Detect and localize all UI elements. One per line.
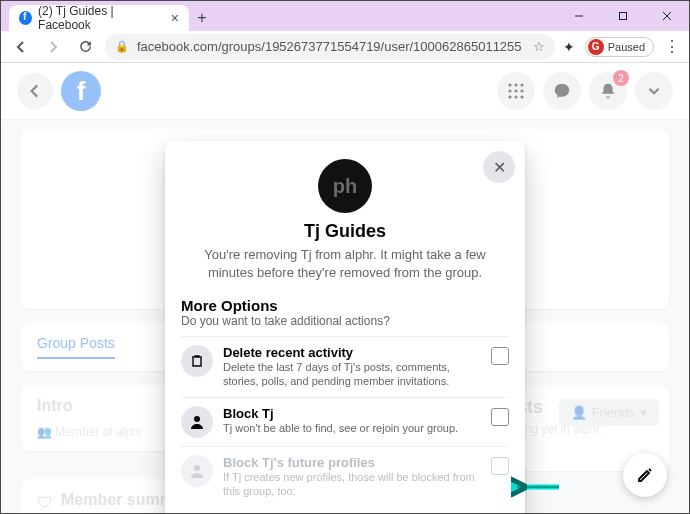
option-sub: If Tj creates new profiles, those will b… bbox=[223, 470, 481, 499]
close-window-button[interactable] bbox=[645, 1, 689, 31]
url-text: facebook.com/groups/1952673771554719/use… bbox=[137, 39, 525, 54]
checkbox-block-future-profiles bbox=[491, 457, 509, 475]
option-delete-activity: Delete recent activity Delete the last 7… bbox=[181, 336, 509, 397]
profile-chip[interactable]: G Paused bbox=[585, 37, 654, 57]
browser-tab[interactable]: (2) Tj Guides | Facebook × bbox=[9, 5, 189, 31]
checkbox-delete-activity[interactable] bbox=[491, 347, 509, 365]
option-title: Block Tj's future profiles bbox=[223, 455, 481, 470]
member-avatar: ph bbox=[318, 159, 372, 213]
svg-point-14 bbox=[194, 465, 200, 471]
person-icon bbox=[181, 406, 213, 438]
close-modal-button[interactable]: ✕ bbox=[483, 151, 515, 183]
page-content: f 2 Group Posts bbox=[1, 63, 689, 513]
option-title: Block Tj bbox=[223, 406, 481, 421]
window-controls bbox=[557, 1, 689, 31]
option-sub: Tj won't be able to find, see or rejoin … bbox=[223, 421, 481, 435]
facebook-favicon bbox=[19, 11, 32, 25]
titlebar: (2) Tj Guides | Facebook × + bbox=[1, 1, 689, 31]
remove-member-modal: ✕ ph Tj Guides You're removing Tj from a… bbox=[165, 141, 525, 513]
forward-button[interactable] bbox=[41, 35, 65, 59]
modal-description: You're removing Tj from alphr. It might … bbox=[181, 246, 509, 281]
option-block-user: Block Tj Tj won't be able to find, see o… bbox=[181, 397, 509, 446]
tab-title: (2) Tj Guides | Facebook bbox=[38, 4, 161, 32]
person-icon bbox=[181, 455, 213, 487]
new-tab-button[interactable]: + bbox=[189, 5, 215, 31]
profile-status-text: Paused bbox=[608, 41, 645, 53]
svg-rect-1 bbox=[620, 13, 627, 20]
profile-avatar-letter: G bbox=[588, 39, 604, 55]
option-block-future-profiles: Block Tj's future profiles If Tj creates… bbox=[181, 446, 509, 507]
browser-toolbar: 🔒 facebook.com/groups/1952673771554719/u… bbox=[1, 31, 689, 63]
reload-button[interactable] bbox=[73, 35, 97, 59]
option-sub: Delete the last 7 days of Tj's posts, co… bbox=[223, 360, 481, 389]
extensions-icon[interactable]: ✦ bbox=[563, 39, 575, 55]
more-options-sub: Do you want to take additional actions? bbox=[181, 314, 509, 328]
browser-window: (2) Tj Guides | Facebook × + 🔒 facebook.… bbox=[0, 0, 690, 514]
more-options-heading: More Options bbox=[181, 297, 509, 314]
tab-strip: (2) Tj Guides | Facebook × + bbox=[1, 1, 557, 31]
close-tab-icon[interactable]: × bbox=[171, 10, 179, 26]
edit-fab-button[interactable] bbox=[623, 453, 667, 497]
toolbar-right: ✦ G Paused ⋮ bbox=[563, 37, 681, 57]
lock-icon: 🔒 bbox=[115, 40, 129, 53]
back-button[interactable] bbox=[9, 35, 33, 59]
address-bar[interactable]: 🔒 facebook.com/groups/1952673771554719/u… bbox=[105, 34, 555, 60]
svg-point-13 bbox=[194, 416, 200, 422]
bookmark-star-icon[interactable]: ☆ bbox=[533, 39, 545, 54]
modal-overlay: ✕ ph Tj Guides You're removing Tj from a… bbox=[1, 63, 689, 513]
modal-title: Tj Guides bbox=[181, 221, 509, 242]
minimize-button[interactable] bbox=[557, 1, 601, 31]
trash-icon bbox=[181, 345, 213, 377]
maximize-button[interactable] bbox=[601, 1, 645, 31]
browser-menu-icon[interactable]: ⋮ bbox=[664, 37, 681, 56]
option-title: Delete recent activity bbox=[223, 345, 481, 360]
checkbox-block-user[interactable] bbox=[491, 408, 509, 426]
